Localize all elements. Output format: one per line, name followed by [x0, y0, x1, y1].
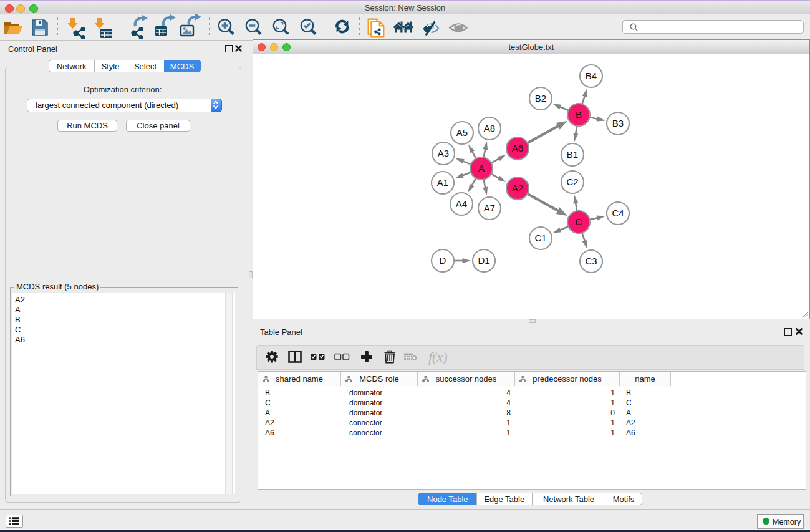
svg-text:A3: A3 [438, 148, 449, 158]
svg-text:D: D [440, 255, 446, 266]
svg-text:B2: B2 [535, 93, 546, 104]
svg-text:A2: A2 [512, 183, 523, 193]
svg-text:A4: A4 [456, 198, 467, 209]
svg-text:A1: A1 [437, 177, 448, 188]
svg-text:D1: D1 [478, 255, 489, 266]
svg-text:A5: A5 [456, 127, 468, 138]
svg-text:A7: A7 [484, 203, 495, 213]
svg-text:C3: C3 [585, 256, 597, 266]
svg-text:C4: C4 [612, 208, 624, 218]
svg-text:A6: A6 [512, 143, 523, 153]
svg-text:f(x): f(x) [428, 349, 448, 365]
svg-text:B: B [576, 109, 582, 120]
svg-text:B4: B4 [586, 70, 597, 81]
svg-text:B3: B3 [612, 118, 624, 128]
svg-text:A8: A8 [484, 123, 495, 133]
svg-text:C1: C1 [534, 233, 546, 243]
svg-text:C2: C2 [566, 177, 578, 187]
svg-text:A: A [478, 163, 485, 173]
svg-text:B1: B1 [567, 149, 578, 160]
svg-text:C: C [576, 216, 582, 227]
